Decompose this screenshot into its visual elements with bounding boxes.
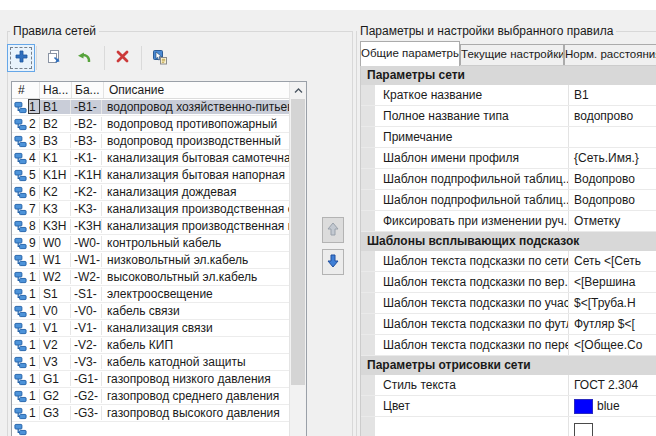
tab-norm-distances[interactable]: Норм. расстояния	[564, 44, 656, 66]
property-value[interactable]: blue	[597, 399, 620, 413]
row-description: кабель катодной защиты	[102, 355, 289, 369]
table-row[interactable]: 17G1-G1-газопровод низкого давления	[12, 371, 289, 388]
table-header: #На...Ба...Описание	[12, 82, 289, 99]
property-label: Фиксировать при изменении руч...	[375, 211, 569, 231]
row-short-name: G1	[40, 372, 71, 386]
table-row[interactable]: 15V2-V2-кабель КИП	[12, 337, 289, 354]
table-row[interactable]: 18G2-G2-газопровод среднего давления	[12, 388, 289, 405]
property-value[interactable]: Водопрово	[574, 193, 635, 207]
property-row[interactable]: Шаблон текста подсказки по футл...Футляр…	[361, 314, 656, 335]
toolbar-separator	[141, 46, 142, 70]
table-row[interactable]: 2B2-B2-водопровод противопожарный	[12, 116, 289, 133]
table-row[interactable]: 6K2-K2-канализация дождевая	[12, 184, 289, 201]
property-row[interactable]: Примечание	[361, 127, 656, 148]
network-rule-icon	[12, 118, 29, 131]
property-label: Шаблон подпрофильной таблиц...	[375, 190, 569, 210]
row-description: водопровод производственный	[102, 134, 289, 148]
network-rule-icon	[12, 305, 29, 318]
property-row[interactable]: Полное название типаводопрово	[361, 106, 656, 127]
property-value[interactable]: <[Вершина	[574, 275, 635, 289]
assign-button[interactable]	[146, 44, 174, 72]
delete-button[interactable]	[108, 44, 136, 72]
property-value[interactable]: ГОСТ 2.304	[574, 378, 638, 392]
row-number: 19	[29, 406, 40, 420]
row-indent	[361, 148, 375, 168]
table-row[interactable]: 14V1-V1-канализация связи	[12, 320, 289, 337]
table-row[interactable]: 7K3-K3-канализация производственная с...	[12, 201, 289, 218]
property-value[interactable]: <[Общее.Со	[574, 338, 642, 352]
move-rule-up-button[interactable]	[322, 217, 344, 243]
row-description: канализация дождевая	[102, 185, 289, 199]
table-row[interactable]: 3B3-B3-водопровод производственный	[12, 133, 289, 150]
row-short-name: K1	[40, 151, 71, 165]
property-row[interactable]: Фиксировать при изменении руч...Отметку	[361, 211, 656, 232]
property-row[interactable]: Шаблон текста подсказки по пере...<[Обще…	[361, 335, 656, 356]
row-number: 11	[29, 270, 40, 284]
row-number: 3	[29, 134, 40, 148]
table-row[interactable]: 1B1-B1-водопровод хозяйственно-питьевой	[12, 99, 289, 116]
tab-current-settings[interactable]: Текущие настройки	[460, 44, 564, 66]
table-row[interactable]: 11W2-W2-высоковольтный эл.кабель	[12, 269, 289, 286]
tab-general-params[interactable]: Общие параметры	[360, 41, 460, 66]
copy-button[interactable]	[40, 44, 68, 72]
row-number: 10	[29, 253, 40, 267]
table-row[interactable]: 8K3H-K3H-канализация производственная н.…	[12, 218, 289, 235]
row-description: канализация бытовая напорная	[102, 168, 289, 182]
scrollbar-thumb[interactable]	[291, 99, 305, 385]
table-row[interactable]: 5K1H-K1H-канализация бытовая напорная	[12, 167, 289, 184]
copy-icon	[46, 49, 62, 68]
row-indent	[361, 335, 375, 355]
column-header[interactable]: #	[12, 82, 40, 98]
table-row[interactable]: 4K1-K1-канализация бытовая самотечная	[12, 150, 289, 167]
row-indent	[361, 190, 375, 210]
table-row[interactable]: 9W0-W0-контрольный кабель	[12, 235, 289, 252]
property-value[interactable]: Водопрово	[574, 172, 635, 186]
property-row[interactable]: Шаблон подпрофильной таблиц...Водопрово	[361, 190, 656, 211]
scrollbar-up-icon[interactable]	[290, 82, 306, 99]
property-row[interactable]: Цветblue	[361, 396, 656, 417]
row-base-name: -V3-	[71, 355, 102, 369]
property-label: Шаблон текста подсказки по футл...	[375, 314, 569, 334]
property-row[interactable]: Шаблон имени профиля{Сеть.Имя.}	[361, 148, 656, 169]
network-rule-icon	[12, 101, 29, 114]
table-row-partial[interactable]	[12, 422, 289, 436]
network-rule-icon	[12, 237, 29, 250]
property-value[interactable]: водопрово	[574, 109, 633, 123]
row-number: 7	[29, 202, 40, 216]
property-row[interactable]: Шаблон текста подсказки по учас...$<[Тру…	[361, 293, 656, 314]
property-row[interactable]: Стиль текстаГОСТ 2.304	[361, 375, 656, 396]
table-row[interactable]: 10W1-W1-низковольтный эл.кабель	[12, 252, 289, 269]
row-description: высоковольтный эл.кабель	[102, 270, 289, 284]
table-row[interactable]: 16V3-V3-кабель катодной защиты	[12, 354, 289, 371]
section-header: Шаблоны всплывающих подсказок	[361, 232, 656, 251]
property-value[interactable]: Отметку	[574, 214, 620, 228]
property-value[interactable]: {Сеть.Имя.}	[574, 151, 639, 165]
row-description: газопровод высокого давления	[102, 406, 289, 420]
network-rule-icon	[12, 254, 29, 267]
column-header[interactable]: Описание	[104, 82, 289, 98]
property-row[interactable]: Шаблон подпрофильной таблиц...Водопрово	[361, 169, 656, 190]
table-row[interactable]: 19G3-G3-газопровод высокого давления	[12, 405, 289, 422]
property-value[interactable]: $<[Труба.Н	[574, 296, 636, 310]
table-scrollbar[interactable]	[289, 82, 306, 436]
property-label: Полное название типа	[375, 106, 569, 126]
property-value[interactable]: Футляр $<[	[574, 317, 635, 331]
table-row[interactable]: 12S1-S1-электроосвещение	[12, 286, 289, 303]
table-row[interactable]: 13V0-V0-кабель связи	[12, 303, 289, 320]
move-rule-down-button[interactable]	[322, 249, 344, 275]
undo-arrow-icon	[76, 49, 92, 68]
row-base-name: -W0-	[71, 236, 102, 250]
add-button[interactable]	[7, 44, 35, 72]
up-arrow-icon	[327, 222, 339, 239]
property-row[interactable]: Шаблон текста подсказки по вер...<[Верши…	[361, 272, 656, 293]
network-rule-icon	[12, 423, 29, 436]
column-header[interactable]: Ба...	[72, 82, 104, 98]
property-row[interactable]: Краткое названиеB1	[361, 85, 656, 106]
property-value[interactable]: Сеть <[Сеть	[574, 254, 641, 268]
property-row[interactable]: Шаблон текста подсказки по сетиСеть <[Се…	[361, 251, 656, 272]
row-number: 13	[29, 304, 40, 318]
column-header[interactable]: На...	[40, 82, 72, 98]
undo-button[interactable]	[70, 44, 98, 72]
property-row-partial[interactable]	[361, 417, 656, 436]
property-value[interactable]: B1	[574, 88, 589, 102]
